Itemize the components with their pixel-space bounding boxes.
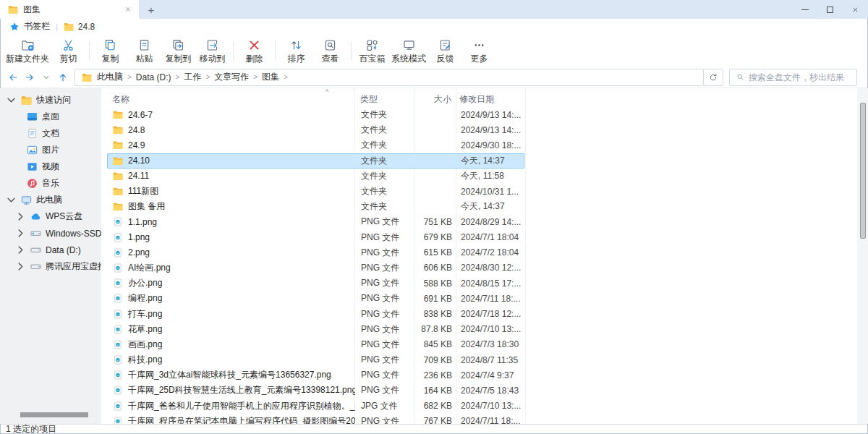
toolbar-move-to-button[interactable]: 移动到 xyxy=(195,35,229,66)
file-name: 千库网_程序员在笔记本电脑上编写程序代码_摄影图编号20511911.png xyxy=(128,415,355,424)
delete-icon xyxy=(247,38,261,52)
vertical-scrollbar-thumb[interactable] xyxy=(860,103,866,239)
column-header-name[interactable]: 名称 xyxy=(112,93,129,106)
file-row[interactable]: 花草.pngPNG 文件87.8 KB2024/7/10 13:... xyxy=(107,322,524,337)
sidebar-item[interactable]: 图片 xyxy=(0,142,101,158)
toolbar-new-folder-button[interactable]: 新建文件夹 xyxy=(4,35,51,66)
file-row[interactable]: 编程.pngPNG 文件691 KB2024/7/11 18:... xyxy=(107,291,524,306)
file-size: 588 KB xyxy=(415,278,456,289)
bookmark-bar-label[interactable]: 书签栏 xyxy=(24,20,50,33)
vertical-scrollbar-track[interactable] xyxy=(857,88,868,424)
forward-button[interactable] xyxy=(21,69,38,86)
file-row[interactable]: 打车.pngPNG 文件838 KB2024/7/18 12:... xyxy=(107,306,524,321)
file-row[interactable]: 24.11文件夹今天, 11:58 xyxy=(107,169,524,184)
toolbar-separator xyxy=(351,41,352,60)
sidebar-section-0[interactable]: 快速访问 xyxy=(0,92,101,109)
search-box[interactable] xyxy=(729,69,857,86)
breadcrumb-separator-icon: > xyxy=(176,73,180,81)
toolbar-copy-to-button[interactable]: 复制到 xyxy=(161,35,195,66)
new-folder-icon xyxy=(21,38,35,52)
column-header-type[interactable]: 类型 xyxy=(360,93,378,106)
file-size: 709 KB xyxy=(415,355,456,365)
toolbar-move-to-label: 移动到 xyxy=(200,54,226,63)
file-row[interactable]: 办公.pngPNG 文件588 KB2024/8/15 17:... xyxy=(107,276,524,291)
file-row[interactable]: 千库网_程序员在笔记本电脑上编写程序代码_摄影图编号20511911.pngPN… xyxy=(107,414,524,424)
sidebar-item[interactable]: Windows-SSD (C:) xyxy=(0,225,101,242)
breadcrumb-item[interactable]: 此电脑 xyxy=(97,71,123,83)
toolbar-more-button[interactable]: 更多 xyxy=(462,35,496,66)
chev-right-icon xyxy=(15,261,26,272)
tab-gallery[interactable]: 图集 xyxy=(0,0,139,19)
file-date: 今天, 14:37 xyxy=(456,155,524,167)
sidebar-item[interactable]: 视频 xyxy=(0,158,101,175)
up-button[interactable] xyxy=(54,69,71,86)
sidebar-section-1[interactable]: 此电脑 xyxy=(0,192,101,208)
sidebar-item[interactable]: 音乐 xyxy=(0,175,101,192)
toolbar-delete-button[interactable]: 删除 xyxy=(237,35,271,66)
close-button[interactable] xyxy=(843,0,868,19)
file-row[interactable]: 111新图文件夹2024/10/31 1... xyxy=(107,184,524,199)
maximize-button[interactable] xyxy=(817,0,843,19)
file-row[interactable]: 千库网_3d立体ai智能球科技_元素编号13656327.pngPNG 文件23… xyxy=(107,367,524,383)
file-name: 24.11 xyxy=(128,171,149,181)
toolbar-copy-button[interactable]: 复制 xyxy=(93,35,127,66)
toolbar-toolbox-label: 百宝箱 xyxy=(359,54,386,63)
file-row[interactable]: 24.8文件夹2024/9/13 14:... xyxy=(107,122,524,137)
sidebar-item-label: 文档 xyxy=(42,127,59,140)
toolbar-feedback-button[interactable]: 反馈 xyxy=(428,35,462,66)
file-row[interactable]: 科技.pngPNG 文件709 KB2024/8/7 11:35 xyxy=(107,352,524,367)
toolbar-paste-button[interactable]: 粘贴 xyxy=(127,35,161,66)
sidebar-item[interactable]: 桌面 xyxy=(0,109,101,125)
refresh-button[interactable] xyxy=(703,69,723,86)
back-button[interactable] xyxy=(4,69,21,86)
file-row[interactable]: 1.pngPNG 文件679 KB2024/7/1 18:04 xyxy=(107,230,524,245)
file-row[interactable]: 千库网_25D科技智慧生活线上教育_元素编号13398121.pngPNG 文件… xyxy=(107,383,524,398)
breadcrumb-item[interactable]: Data (D:) xyxy=(136,72,171,82)
history-dropdown-icon[interactable] xyxy=(38,69,54,86)
bookmark-item-24-8[interactable]: 24.8 xyxy=(78,22,95,32)
sidebar-section-label: 快速访问 xyxy=(36,94,71,106)
address-bar[interactable]: 此电脑>Data (D:)>工作>文章写作>图集> xyxy=(75,69,704,86)
file-date: 2024/8/7 11:35 xyxy=(456,355,524,365)
file-row[interactable]: 24.9文件夹2024/9/30 18:... xyxy=(107,137,524,153)
toolbar-system-mode-button[interactable]: 系统模式 xyxy=(389,35,428,66)
breadcrumb-item[interactable]: 图集 xyxy=(262,71,279,83)
file-row[interactable]: 千库网_爸爸和儿子使用智能手机上的应用程序识别植物。_摄影图编号1841217.… xyxy=(107,399,524,414)
file-row[interactable]: 图集 备用文件夹今天, 14:37 xyxy=(107,199,524,214)
file-size: 606 KB xyxy=(415,263,456,273)
chev-down-icon xyxy=(6,195,17,205)
file-date: 2024/7/1 18:04 xyxy=(456,232,524,242)
new-tab-button[interactable]: + xyxy=(139,0,163,19)
toolbar-cut-button[interactable]: 剪切 xyxy=(51,35,85,66)
sidebar-item[interactable]: 腾讯应用宝虚拟磁盘 (T: xyxy=(0,258,101,275)
file-row[interactable]: 画画.pngPNG 文件845 KB2024/7/3 18:30 xyxy=(107,337,524,352)
file-size: 838 KB xyxy=(415,309,456,319)
sidebar-item-label: WPS云盘 xyxy=(46,210,82,223)
toolbar-toolbox-button[interactable]: 百宝箱 xyxy=(355,35,389,66)
column-header-date[interactable]: 修改日期 xyxy=(459,93,494,106)
bookmark-divider: | xyxy=(56,22,58,31)
file-name: 千库网_25D科技智慧生活线上教育_元素编号13398121.png xyxy=(128,384,355,396)
file-rows: 24.6-7文件夹2024/9/13 14:...24.8文件夹2024/9/1… xyxy=(101,107,868,424)
sidebar-item[interactable]: 文档 xyxy=(0,125,101,142)
file-date: 2024/9/13 14:... xyxy=(456,125,524,135)
search-input[interactable] xyxy=(749,72,851,82)
breadcrumb-item[interactable]: 文章写作 xyxy=(214,71,249,83)
tab-close-icon[interactable] xyxy=(123,5,133,14)
sidebar-item[interactable]: Data (D:) xyxy=(0,242,101,258)
sidebar-item[interactable]: WPS云盘 xyxy=(0,208,101,225)
toolbar-sort-button[interactable]: 排序 xyxy=(279,35,313,66)
toolbar-view-button[interactable]: 查看 xyxy=(313,35,347,66)
file-size: 87.8 KB xyxy=(415,324,456,334)
breadcrumb-item[interactable]: 工作 xyxy=(184,71,201,83)
file-row[interactable]: AI绘画.pngPNG 文件606 KB2024/8/30 12:... xyxy=(107,260,524,276)
file-row[interactable]: 24.6-7文件夹2024/9/13 14:... xyxy=(107,107,524,122)
file-row[interactable]: 2.pngPNG 文件615 KB2024/7/2 18:04 xyxy=(107,245,524,260)
drive-icon xyxy=(30,244,41,255)
sidebar-horizontal-scrollbar[interactable] xyxy=(20,412,88,417)
column-header-size[interactable]: 大小 xyxy=(395,93,451,106)
file-row[interactable]: 24.10文件夹今天, 14:37 xyxy=(107,153,524,169)
file-row[interactable]: 1.1.pngPNG 文件751 KB2024/8/29 14:... xyxy=(107,214,524,229)
minimize-button[interactable] xyxy=(792,0,817,19)
sidebar-item-label: 腾讯应用宝虚拟磁盘 (T: xyxy=(46,260,101,273)
